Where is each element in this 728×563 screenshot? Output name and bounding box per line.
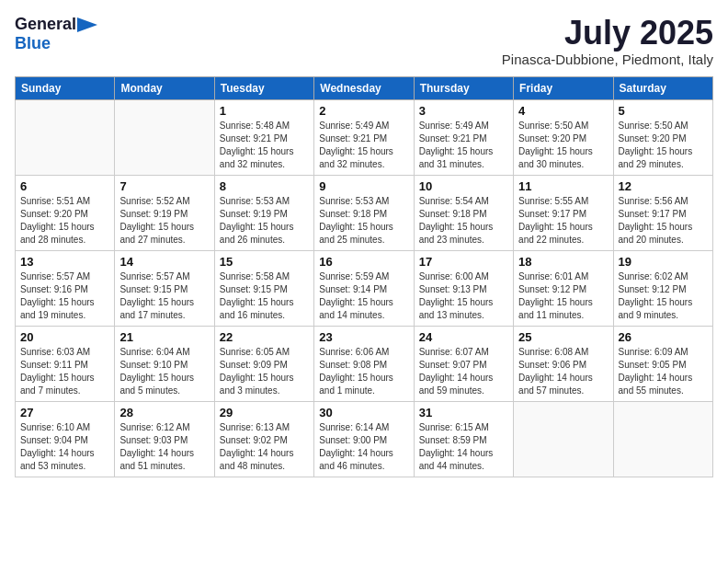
calendar-cell: 4Sunrise: 5:50 AM Sunset: 9:20 PM Daylig…: [514, 99, 613, 175]
calendar-week-2: 6Sunrise: 5:51 AM Sunset: 9:20 PM Daylig…: [16, 175, 713, 250]
day-number: 6: [20, 179, 109, 193]
day-number: 23: [319, 330, 408, 344]
day-info: Sunrise: 5:50 AM Sunset: 9:20 PM Dayligh…: [619, 120, 708, 171]
day-number: 29: [220, 406, 309, 419]
calendar-cell: 10Sunrise: 5:54 AM Sunset: 9:18 PM Dayli…: [414, 175, 513, 250]
day-info: Sunrise: 6:13 AM Sunset: 9:02 PM Dayligh…: [220, 421, 309, 473]
calendar-cell: 21Sunrise: 6:04 AM Sunset: 9:10 PM Dayli…: [115, 326, 214, 401]
calendar-week-3: 13Sunrise: 5:57 AM Sunset: 9:16 PM Dayli…: [16, 250, 713, 326]
calendar-cell: 13Sunrise: 5:57 AM Sunset: 9:16 PM Dayli…: [16, 250, 115, 326]
calendar-cell: 31Sunrise: 6:15 AM Sunset: 8:59 PM Dayli…: [414, 401, 513, 477]
calendar-cell: 18Sunrise: 6:01 AM Sunset: 9:12 PM Dayli…: [514, 250, 613, 326]
day-info: Sunrise: 6:02 AM Sunset: 9:12 PM Dayligh…: [619, 270, 708, 322]
weekday-header-friday: Friday: [514, 76, 613, 99]
calendar-cell: 28Sunrise: 6:12 AM Sunset: 9:03 PM Dayli…: [115, 401, 214, 477]
day-info: Sunrise: 6:09 AM Sunset: 9:05 PM Dayligh…: [619, 346, 708, 397]
calendar-cell: 6Sunrise: 5:51 AM Sunset: 9:20 PM Daylig…: [16, 175, 115, 250]
day-info: Sunrise: 6:05 AM Sunset: 9:09 PM Dayligh…: [220, 346, 309, 397]
weekday-header-monday: Monday: [115, 76, 214, 99]
calendar-cell: 24Sunrise: 6:07 AM Sunset: 9:07 PM Dayli…: [414, 326, 513, 401]
calendar-cell: 5Sunrise: 5:50 AM Sunset: 9:20 PM Daylig…: [613, 99, 712, 175]
day-number: 27: [20, 406, 109, 419]
title-area: July 2025 Pinasca-Dubbione, Piedmont, It…: [502, 15, 713, 67]
calendar-header-row: SundayMondayTuesdayWednesdayThursdayFrid…: [16, 76, 713, 99]
calendar-cell: 16Sunrise: 5:59 AM Sunset: 9:14 PM Dayli…: [314, 250, 414, 326]
calendar-cell: 8Sunrise: 5:53 AM Sunset: 9:19 PM Daylig…: [214, 175, 313, 250]
calendar-cell: 26Sunrise: 6:09 AM Sunset: 9:05 PM Dayli…: [613, 326, 712, 401]
weekday-header-wednesday: Wednesday: [314, 76, 414, 99]
day-number: 17: [419, 255, 508, 269]
calendar-cell: 7Sunrise: 5:52 AM Sunset: 9:19 PM Daylig…: [115, 175, 214, 250]
day-number: 21: [119, 330, 209, 344]
day-info: Sunrise: 5:49 AM Sunset: 9:21 PM Dayligh…: [319, 120, 408, 171]
logo-blue-text: Blue: [15, 34, 51, 52]
day-info: Sunrise: 6:10 AM Sunset: 9:04 PM Dayligh…: [20, 421, 109, 473]
day-info: Sunrise: 6:08 AM Sunset: 9:06 PM Dayligh…: [518, 346, 608, 397]
day-info: Sunrise: 5:52 AM Sunset: 9:19 PM Dayligh…: [119, 195, 209, 247]
calendar-cell: 15Sunrise: 5:58 AM Sunset: 9:15 PM Dayli…: [214, 250, 313, 326]
calendar-week-4: 20Sunrise: 6:03 AM Sunset: 9:11 PM Dayli…: [16, 326, 713, 401]
day-info: Sunrise: 6:07 AM Sunset: 9:07 PM Dayligh…: [419, 346, 508, 397]
day-info: Sunrise: 6:00 AM Sunset: 9:13 PM Dayligh…: [419, 270, 508, 322]
day-info: Sunrise: 5:51 AM Sunset: 9:20 PM Dayligh…: [20, 195, 109, 247]
calendar-cell: 25Sunrise: 6:08 AM Sunset: 9:06 PM Dayli…: [514, 326, 613, 401]
weekday-header-thursday: Thursday: [414, 76, 513, 99]
day-info: Sunrise: 5:50 AM Sunset: 9:20 PM Dayligh…: [518, 120, 608, 171]
day-info: Sunrise: 6:01 AM Sunset: 9:12 PM Dayligh…: [518, 270, 608, 322]
day-info: Sunrise: 6:03 AM Sunset: 9:11 PM Dayligh…: [20, 346, 109, 397]
day-number: 13: [20, 255, 109, 269]
day-number: 9: [319, 179, 408, 193]
calendar-cell: 17Sunrise: 6:00 AM Sunset: 9:13 PM Dayli…: [414, 250, 513, 326]
calendar-cell: [115, 99, 214, 175]
day-number: 4: [518, 104, 608, 118]
calendar-cell: 14Sunrise: 5:57 AM Sunset: 9:15 PM Dayli…: [115, 250, 214, 326]
day-number: 24: [419, 330, 508, 344]
day-number: 16: [319, 255, 408, 269]
calendar-cell: 22Sunrise: 6:05 AM Sunset: 9:09 PM Dayli…: [214, 326, 313, 401]
day-number: 26: [619, 330, 708, 344]
day-number: 20: [20, 330, 109, 344]
calendar-cell: 19Sunrise: 6:02 AM Sunset: 9:12 PM Dayli…: [613, 250, 712, 326]
calendar-week-5: 27Sunrise: 6:10 AM Sunset: 9:04 PM Dayli…: [16, 401, 713, 477]
day-info: Sunrise: 5:58 AM Sunset: 9:15 PM Dayligh…: [220, 270, 309, 322]
calendar-week-1: 1Sunrise: 5:48 AM Sunset: 9:21 PM Daylig…: [16, 99, 713, 175]
calendar-cell: 29Sunrise: 6:13 AM Sunset: 9:02 PM Dayli…: [214, 401, 313, 477]
page-header: General Blue July 2025 Pinasca-Dubbione,…: [15, 15, 713, 67]
day-number: 25: [518, 330, 608, 344]
calendar-cell: 3Sunrise: 5:49 AM Sunset: 9:21 PM Daylig…: [414, 99, 513, 175]
logo: General Blue: [15, 15, 97, 53]
day-number: 10: [419, 179, 508, 193]
day-number: 30: [319, 406, 408, 419]
weekday-header-tuesday: Tuesday: [214, 76, 313, 99]
logo-icon: [77, 17, 97, 32]
calendar-table: SundayMondayTuesdayWednesdayThursdayFrid…: [15, 76, 713, 477]
day-number: 15: [220, 255, 309, 269]
day-info: Sunrise: 5:55 AM Sunset: 9:17 PM Dayligh…: [518, 195, 608, 247]
weekday-header-saturday: Saturday: [613, 76, 712, 99]
day-info: Sunrise: 5:54 AM Sunset: 9:18 PM Dayligh…: [419, 195, 508, 247]
weekday-header-sunday: Sunday: [16, 76, 115, 99]
day-number: 12: [619, 179, 708, 193]
calendar-cell: 27Sunrise: 6:10 AM Sunset: 9:04 PM Dayli…: [16, 401, 115, 477]
day-number: 22: [220, 330, 309, 344]
day-number: 5: [619, 104, 708, 118]
day-number: 31: [419, 406, 508, 419]
calendar-cell: 1Sunrise: 5:48 AM Sunset: 9:21 PM Daylig…: [214, 99, 313, 175]
day-number: 28: [119, 406, 209, 419]
day-number: 7: [119, 179, 209, 193]
day-number: 1: [220, 104, 309, 118]
calendar-cell: 12Sunrise: 5:56 AM Sunset: 9:17 PM Dayli…: [613, 175, 712, 250]
day-info: Sunrise: 5:59 AM Sunset: 9:14 PM Dayligh…: [319, 270, 408, 322]
calendar-location: Pinasca-Dubbione, Piedmont, Italy: [502, 52, 713, 67]
svg-marker-0: [77, 17, 97, 32]
day-info: Sunrise: 5:53 AM Sunset: 9:18 PM Dayligh…: [319, 195, 408, 247]
day-number: 8: [220, 179, 309, 193]
day-info: Sunrise: 6:15 AM Sunset: 8:59 PM Dayligh…: [419, 421, 508, 473]
day-number: 2: [319, 104, 408, 118]
day-number: 11: [518, 179, 608, 193]
day-info: Sunrise: 5:53 AM Sunset: 9:19 PM Dayligh…: [220, 195, 309, 247]
calendar-cell: 23Sunrise: 6:06 AM Sunset: 9:08 PM Dayli…: [314, 326, 414, 401]
day-number: 14: [119, 255, 209, 269]
calendar-cell: 9Sunrise: 5:53 AM Sunset: 9:18 PM Daylig…: [314, 175, 414, 250]
day-info: Sunrise: 6:06 AM Sunset: 9:08 PM Dayligh…: [319, 346, 408, 397]
